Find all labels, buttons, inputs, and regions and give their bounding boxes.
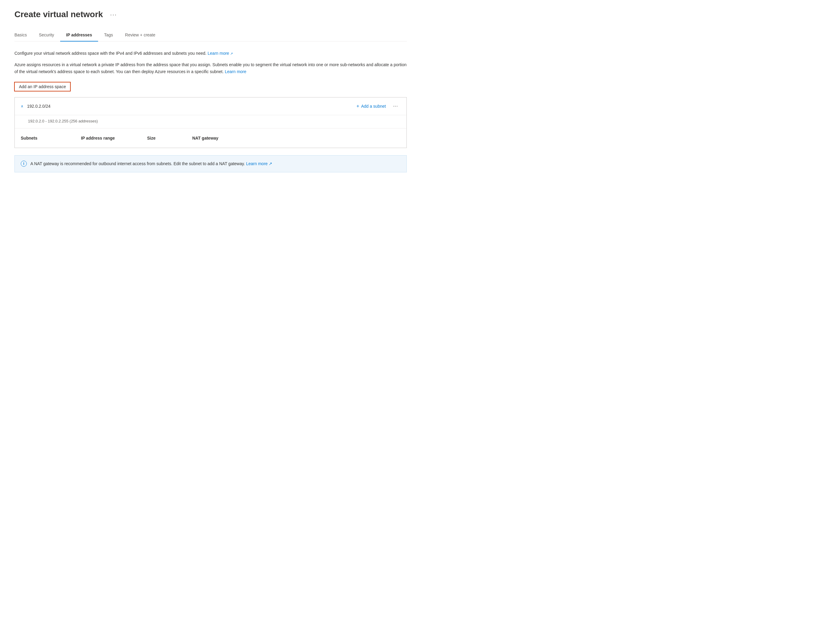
tab-tags[interactable]: Tags bbox=[98, 29, 119, 41]
ip-space-card: ∧ 192.0.2.0/24 + Add a subnet ··· 192.0.… bbox=[15, 97, 407, 148]
ip-space-header-left: ∧ 192.0.2.0/24 bbox=[21, 104, 50, 109]
chevron-up-icon[interactable]: ∧ bbox=[21, 104, 24, 108]
page-title: Create virtual network bbox=[15, 10, 103, 19]
learn-more-link-2[interactable]: Learn more bbox=[225, 69, 247, 74]
plus-icon: + bbox=[357, 103, 359, 109]
add-subnet-button[interactable]: + Add a subnet bbox=[354, 102, 388, 110]
column-subnets: Subnets bbox=[21, 136, 81, 140]
column-ip-range: IP address range bbox=[81, 136, 147, 140]
tab-review-create[interactable]: Review + create bbox=[119, 29, 162, 41]
page-header: Create virtual network ··· bbox=[15, 10, 407, 19]
column-nat-gateway: NAT gateway bbox=[192, 136, 252, 140]
tab-basics[interactable]: Basics bbox=[15, 29, 33, 41]
ip-space-header: ∧ 192.0.2.0/24 + Add a subnet ··· bbox=[15, 97, 406, 115]
info-banner: i A NAT gateway is recommended for outbo… bbox=[15, 155, 407, 172]
ip-space-more-options-button[interactable]: ··· bbox=[391, 102, 400, 110]
tab-ip-addresses[interactable]: IP addresses bbox=[60, 29, 98, 41]
ip-space-header-right: + Add a subnet ··· bbox=[354, 102, 400, 110]
description-line-1: Configure your virtual network address s… bbox=[15, 50, 407, 56]
description-section: Configure your virtual network address s… bbox=[15, 50, 407, 75]
ip-range-info: 192.0.2.0 - 192.0.2.255 (256 addresses) bbox=[15, 115, 406, 128]
add-ip-address-space-button[interactable]: Add an IP address space bbox=[15, 82, 70, 91]
more-options-button[interactable]: ··· bbox=[108, 10, 120, 19]
info-banner-text: A NAT gateway is recommended for outboun… bbox=[30, 160, 272, 167]
subnets-table-header: Subnets IP address range Size NAT gatewa… bbox=[21, 133, 400, 143]
learn-more-link-1[interactable]: Learn more bbox=[208, 51, 233, 56]
ip-cidr-label: 192.0.2.0/24 bbox=[27, 104, 50, 109]
info-icon: i bbox=[21, 161, 27, 167]
tab-security[interactable]: Security bbox=[33, 29, 60, 41]
tabs-navigation: Basics Security IP addresses Tags Review… bbox=[15, 29, 407, 41]
subnets-table: Subnets IP address range Size NAT gatewa… bbox=[15, 128, 406, 148]
nat-learn-more-link[interactable]: Learn more ↗ bbox=[246, 161, 272, 166]
description-line-2: Azure assigns resources in a virtual net… bbox=[15, 61, 407, 75]
column-size: Size bbox=[147, 136, 192, 140]
